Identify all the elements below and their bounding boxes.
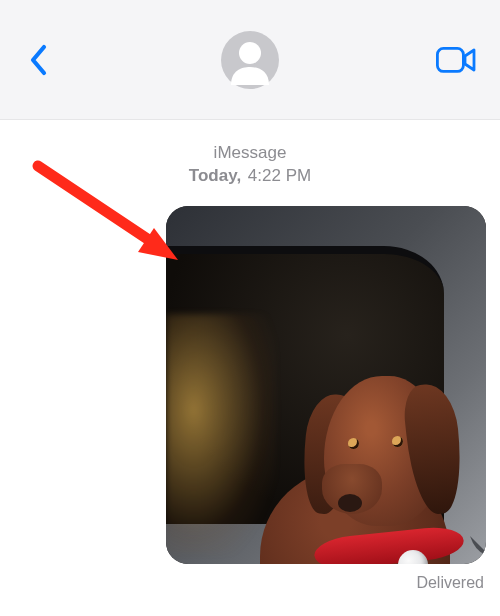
svg-point-0 — [239, 42, 261, 64]
timestamp-day: Today, — [189, 166, 241, 185]
video-camera-icon — [436, 47, 476, 73]
conversation-body: iMessage Today, 4:22 PM — [0, 120, 500, 592]
svg-rect-1 — [437, 48, 463, 71]
timestamp: Today, 4:22 PM — [0, 165, 500, 188]
person-icon — [221, 31, 279, 89]
conversation-header — [0, 0, 500, 120]
thread-meta: iMessage Today, 4:22 PM — [0, 142, 500, 188]
message-row — [0, 206, 500, 564]
chevron-left-icon — [29, 44, 49, 76]
image-content-dog — [260, 346, 480, 564]
contact-avatar[interactable] — [221, 31, 279, 89]
timestamp-time: 4:22 PM — [248, 166, 311, 185]
bubble-tail-icon — [468, 534, 486, 558]
facetime-button[interactable] — [434, 43, 478, 77]
image-content-window — [166, 246, 444, 524]
sent-image-attachment[interactable] — [166, 206, 486, 564]
delivery-status: Delivered — [0, 574, 500, 592]
service-label: iMessage — [0, 142, 500, 165]
back-button[interactable] — [22, 43, 56, 77]
